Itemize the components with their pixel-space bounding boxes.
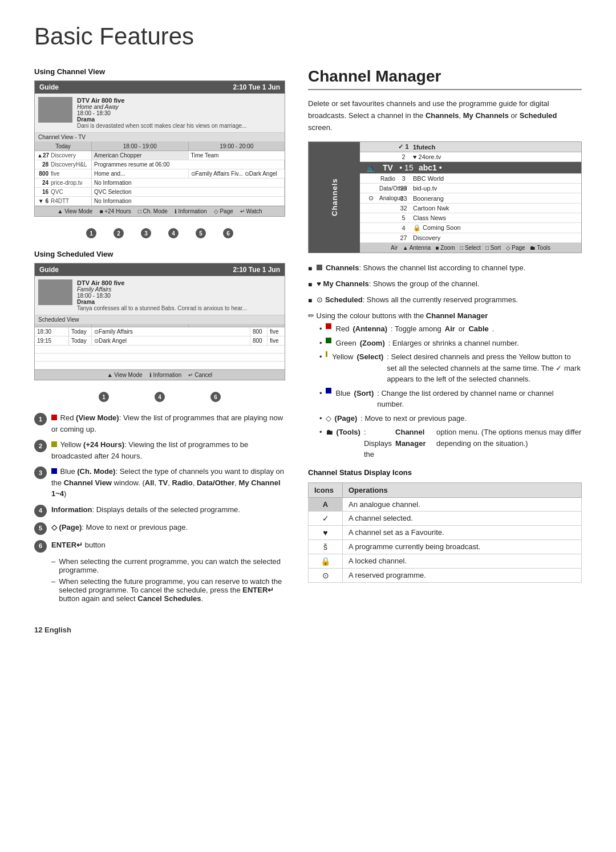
sched-title: DTV Air 800 five: [77, 279, 247, 286]
table-header-operations: Operations: [343, 482, 582, 497]
cm-bullet-channels: Channels: Shows the channel list accordi…: [308, 262, 582, 274]
sched-row-empty: [35, 362, 285, 370]
status-section-label: Channel Status Display Icons: [308, 468, 582, 477]
icon-favourite: ♥: [309, 525, 343, 539]
guide-buttons: 1 2 3 4 5 6: [34, 228, 285, 238]
cm-row: 27 Discovery: [360, 233, 581, 243]
prog-time: 18:00 - 18:30: [77, 110, 246, 116]
table-row: ♥ A channel set as a Favourite.: [309, 525, 582, 539]
icon-selected: ✓: [309, 511, 343, 525]
sched-time: 18:00 - 18:30: [77, 293, 247, 299]
channel-view-source: Channel View - TV: [35, 133, 285, 142]
bullet-text-5: ◇ (Page): Move to next or previous page.: [51, 522, 188, 533]
bullet-num-4: 4: [34, 505, 47, 517]
op-locked: A locked channel.: [343, 554, 582, 568]
left-column: Using Channel View Guide 2:10 Tue 1 Jun …: [34, 67, 285, 603]
icon-reserved: ⊙: [309, 568, 343, 582]
cm-row: ⊙ Analogue 33 Boonerang: [360, 193, 581, 204]
cm-footer: Air ▲ Antenna ■ Zoom □ Select □ Sort ◇ P…: [360, 243, 581, 253]
bullet-list: 1 Red (View Mode): View the list of prog…: [34, 412, 285, 603]
guide-row: ▲27Discovery American Chopper Time Team: [35, 151, 285, 160]
guide-info: DTV Air 800 five Home and Away 18:00 - 1…: [77, 97, 246, 129]
cm-row: Data/Other 23 bid-up.tv: [360, 184, 581, 193]
btn-5: 5: [196, 228, 206, 238]
channel-view-guide: Guide 2:10 Tue 1 Jun DTV Air 800 five Ho…: [34, 80, 285, 217]
sched-row: 18:30 Today ⊙Family Affairs 800 five: [35, 327, 285, 336]
bullet-num-3: 3: [34, 466, 47, 479]
guide-row: 800five Home and... ⊙Family Affairs Fiv.…: [35, 169, 285, 178]
bullet-text-6: ENTER↵ button: [51, 539, 106, 551]
scheduled-guide-title: Guide: [39, 266, 59, 274]
cm-bullet-scheduled: ⊙ Scheduled: Shows all the currently res…: [308, 294, 582, 306]
scheduled-guide: Guide 2:10 Tue 1 Jun DTV Air 800 five Fa…: [34, 263, 285, 380]
page-footer: 12 English: [34, 626, 582, 634]
cm-description: Delete or set favourites channels and us…: [308, 98, 582, 133]
sched-subtitle: Family Affairs: [77, 286, 247, 293]
prog-category: Drama: [77, 116, 246, 123]
sched-btn-4: 4: [155, 392, 165, 402]
guide-footer: ▲ View Mode ■ +24 Hours □ Ch. Mode ℹ Inf…: [35, 206, 285, 216]
color-usage-label: ✏ Using the colour buttons with the Chan…: [308, 311, 582, 320]
guide-header: Guide 2:10 Tue 1 Jun: [35, 81, 285, 94]
sched-btn-1: 1: [99, 392, 109, 402]
scheduled-source: Scheduled View: [35, 315, 285, 324]
cm-content: ✓ 1 1futech 2 ♥ 24ore.tv 📺 TV • 15 abc1 …: [360, 142, 581, 253]
cm-sidebar: Channels: [309, 142, 360, 253]
table-row: ✓ A channel selected.: [309, 511, 582, 525]
bullet-2: 2 Yellow (+24 Hours): Viewing the list o…: [34, 439, 285, 461]
bullet-4: 4 Information: Displays details of the s…: [34, 504, 285, 517]
guide-row: ▼ 6R4DTT No Information: [35, 197, 285, 206]
time-slot-2: 19:00 - 20:00: [189, 142, 285, 151]
cm-header-row: ✓ 1 1futech: [360, 142, 581, 152]
enter-bullet-1: –When selecting the current programme, y…: [51, 557, 285, 574]
channel-manager-ui: Channels ✓ 1 1futech 2 ♥ 24ore.tv: [308, 141, 582, 253]
bullet-num-6: 6: [34, 540, 47, 553]
bullet-3: 3 Blue (Ch. Mode): Select the type of ch…: [34, 466, 285, 500]
guide-time: 2:10 Tue 1 Jun: [233, 83, 280, 91]
op-analogue: An analogue channel.: [343, 497, 582, 511]
sched-desc: Tanya confesses all to a stunned Babs. C…: [77, 305, 247, 311]
scheduled-thumbnail: [38, 279, 72, 305]
color-bullets: Red (Antenna): Toggle among Air or Cable…: [319, 323, 582, 460]
scheduled-preview: DTV Air 800 five Family Affairs 18:00 - …: [35, 276, 285, 315]
today-label: Today: [35, 142, 92, 151]
cm-row: 2 ♥ 24ore.tv: [360, 152, 581, 162]
scheduled-guide-header: Guide 2:10 Tue 1 Jun: [35, 263, 285, 276]
bullet-6: 6 ENTER↵ button: [34, 539, 285, 553]
sched-btn-6: 6: [210, 392, 221, 402]
prog-title: DTV Air 800 five: [77, 97, 246, 104]
icon-analogue: A: [309, 497, 343, 511]
prog-subtitle1: Home and Away: [77, 104, 246, 110]
op-favourite: A channel set as a Favourite.: [343, 525, 582, 539]
btn-2: 2: [114, 228, 124, 238]
guide-thumbnail: [38, 97, 72, 123]
color-bullet-green: Green (Zoom): Enlarges or shrinks a chan…: [319, 338, 582, 349]
page-title: Basic Features: [34, 23, 582, 50]
cm-bullets: Channels: Shows the channel list accordi…: [308, 262, 582, 306]
op-selected: A channel selected.: [343, 511, 582, 525]
page-bullet: ◇ (Page): Move to next or previous page.: [319, 413, 582, 424]
table-header-icons: Icons: [309, 482, 343, 497]
color-bullet-blue: Blue (Sort): Change the list ordered by …: [319, 388, 582, 410]
guide-time-header: Today 18:00 - 19:00 19:00 - 20:00: [35, 142, 285, 151]
status-table: Icons Operations A An analogue channel. …: [308, 482, 582, 583]
btn-1: 1: [86, 228, 96, 238]
icon-broadcast: š: [309, 539, 343, 554]
ch-num: ▲27: [37, 152, 48, 159]
icon-locked: 🔒: [309, 554, 343, 568]
sched-row-empty: [35, 354, 285, 362]
op-reserved: A reserved programme.: [343, 568, 582, 582]
guide-preview: DTV Air 800 five Home and Away 18:00 - 1…: [35, 94, 285, 133]
bullet-1: 1 Red (View Mode): View the list of prog…: [34, 412, 285, 435]
color-bullet-yellow: Yellow (Select): Select desired channels…: [319, 351, 582, 385]
sched-buttons: 1 4 6: [34, 392, 285, 402]
guide-row: 24price-drop.tv No Information: [35, 178, 285, 188]
color-bullet-red: Red (Antenna): Toggle among Air or Cable…: [319, 323, 582, 335]
btn-6: 6: [223, 228, 233, 238]
scheduled-view-label: Using Scheduled View: [34, 250, 285, 258]
bullet-text-4: Information: Displays details of the sel…: [51, 504, 240, 516]
table-row: ⊙ A reserved programme.: [309, 568, 582, 582]
btn-3: 3: [141, 228, 151, 238]
bullet-num-5: 5: [34, 522, 47, 535]
cm-row: Radio 3 BBC World: [360, 174, 581, 184]
